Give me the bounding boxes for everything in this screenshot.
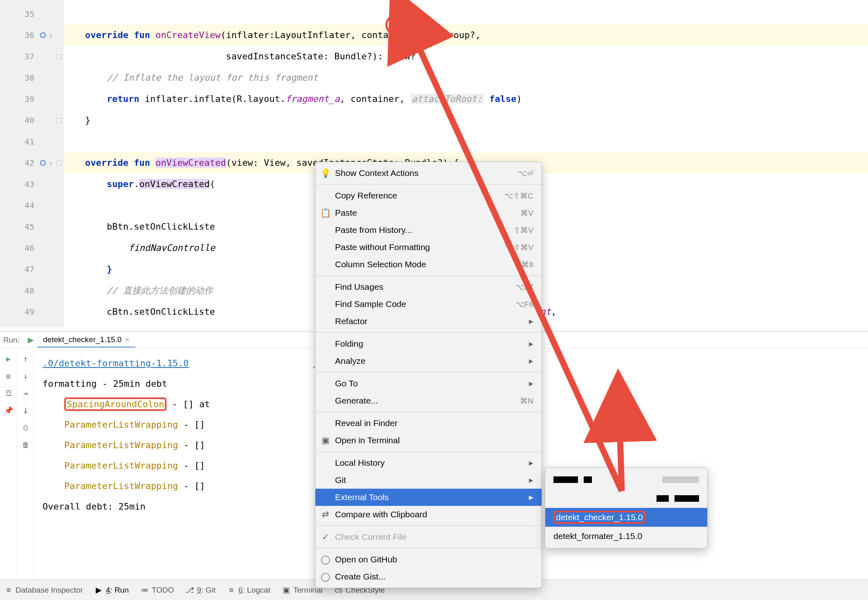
output-text bbox=[189, 358, 314, 368]
code-line[interactable] bbox=[63, 131, 868, 152]
scroll-icon[interactable]: ⤓ bbox=[21, 406, 30, 415]
menu-item-create-gist[interactable]: ◯Create Gist... bbox=[315, 568, 542, 585]
output-text: - [] at bbox=[166, 399, 215, 409]
menu-separator bbox=[315, 548, 542, 548]
menu-item-show-context-actions[interactable]: 💡Show Context Actions⌥⏎ bbox=[315, 165, 542, 182]
term-icon: ▣ bbox=[283, 586, 290, 594]
chevron-right-icon: ▶ bbox=[529, 460, 533, 466]
code-line[interactable]: override fun onCreateView(inflater:Layou… bbox=[63, 25, 868, 46]
print-icon[interactable]: ⎙ bbox=[21, 423, 30, 432]
stop-icon[interactable]: ■ bbox=[4, 371, 13, 380]
output-text: ParameterListWrapping bbox=[64, 481, 178, 491]
run-title-label: Run: bbox=[3, 336, 20, 345]
menu-item-reveal-in-finder[interactable]: Reveal in Finder bbox=[315, 415, 542, 432]
trash-icon[interactable]: 🗑 bbox=[21, 440, 30, 449]
menu-item-column-selection-mode[interactable]: Column Selection Mode⇧⌘8 bbox=[315, 256, 542, 273]
code-line[interactable]: // Inflate the layout for this fragment bbox=[63, 67, 868, 88]
menu-shortcut: ⌘V bbox=[520, 208, 533, 218]
chevron-right-icon: ▶ bbox=[529, 318, 533, 325]
wrap-icon[interactable]: ⇥ bbox=[21, 388, 30, 397]
output-text: ParameterListWrapping bbox=[64, 460, 178, 471]
up-arrow-gutter-icon[interactable]: ↑ bbox=[49, 32, 55, 38]
menu-item-label: Git bbox=[335, 475, 519, 485]
terminal-icon: ▣ bbox=[320, 435, 331, 446]
menu-item-external-tools[interactable]: External Tools▶ bbox=[315, 489, 542, 506]
bottom-item-database-inspector[interactable]: ≡Database Inspector bbox=[5, 586, 83, 595]
menu-item-label: External Tools bbox=[335, 492, 519, 502]
submenu-item-detekt-checker-1-15-0[interactable]: detekt_checker_1.15.0 bbox=[545, 508, 707, 527]
menu-item-label: Find Usages bbox=[335, 282, 506, 292]
gutter-line: 39 bbox=[0, 88, 63, 110]
fold-icon[interactable]: - bbox=[57, 118, 61, 123]
fold-icon[interactable]: - bbox=[57, 161, 61, 165]
menu-item-label: Paste without Formatting bbox=[335, 242, 495, 252]
code-line[interactable] bbox=[63, 3, 868, 25]
menu-item-open-on-github[interactable]: ◯Open on GitHub bbox=[315, 551, 542, 568]
code-line[interactable]: } bbox=[63, 110, 868, 131]
menu-item-git[interactable]: Git▶ bbox=[315, 471, 542, 489]
menu-item-refactor[interactable]: Refactor▶ bbox=[315, 313, 542, 330]
up-arrow-gutter-icon[interactable]: ↑ bbox=[49, 160, 55, 166]
menu-separator bbox=[315, 526, 542, 526]
chevron-right-icon: ▶ bbox=[529, 358, 533, 364]
menu-item-go-to[interactable]: Go To▶ bbox=[315, 375, 542, 392]
menu-item-local-history[interactable]: Local History▶ bbox=[315, 454, 542, 471]
gutter-line: 49 bbox=[0, 301, 63, 323]
logcat-icon: ≡ bbox=[228, 586, 235, 594]
menu-item-check-current-file: ✓Check Current File bbox=[315, 528, 542, 546]
close-icon[interactable]: × bbox=[125, 335, 129, 344]
menu-item-label: Generate... bbox=[335, 396, 510, 406]
external-tools-submenu[interactable]: detekt_checker_1.15.0detekt_formater_1.1… bbox=[545, 467, 708, 548]
submenu-item-detekt-formater-1-15-0[interactable]: detekt_formater_1.15.0 bbox=[545, 527, 707, 546]
override-gutter-icon[interactable] bbox=[40, 32, 46, 38]
down-icon[interactable]: ↓ bbox=[21, 371, 30, 380]
run-tab-label: detekt_checker_1.15.0 bbox=[43, 335, 121, 344]
layout-icon[interactable]: ☲ bbox=[4, 388, 13, 397]
menu-item-paste[interactable]: 📋Paste⌘V bbox=[315, 204, 542, 221]
check-icon: ✓ bbox=[320, 532, 331, 542]
bottom-item-label: Database Inspector bbox=[16, 586, 83, 595]
menu-item-label: Check Current File bbox=[335, 532, 533, 542]
override-gutter-icon[interactable] bbox=[40, 160, 46, 166]
menu-item-label: Open on GitHub bbox=[335, 555, 533, 564]
run-play-icon[interactable]: ▶ bbox=[28, 335, 34, 345]
context-menu[interactable]: 💡Show Context Actions⌥⏎Copy Reference⌥⇧⌘… bbox=[315, 162, 542, 588]
gutter-line: 41 bbox=[0, 131, 63, 152]
gutter-line: 35 bbox=[0, 3, 63, 25]
code-line[interactable]: savedInstanceState: Bundle?): View? { bbox=[63, 46, 868, 67]
bottom-item-9-git[interactable]: ⎇9: Git bbox=[186, 586, 215, 595]
menu-separator bbox=[315, 184, 542, 185]
chevron-right-icon: ▶ bbox=[529, 477, 533, 483]
fold-icon[interactable]: - bbox=[57, 54, 61, 59]
menu-item-copy-reference[interactable]: Copy Reference⌥⇧⌘C bbox=[315, 187, 542, 204]
menu-item-find-usages[interactable]: Find Usages⌥F7 bbox=[315, 278, 542, 295]
submenu-item-label: detekt_checker_1.15.0 bbox=[553, 511, 645, 524]
bottom-item-todo[interactable]: ≔TODO bbox=[141, 586, 174, 595]
gutter-line: 47 bbox=[0, 259, 63, 280]
pin-icon[interactable]: 📌 bbox=[4, 406, 13, 415]
code-line[interactable]: return inflater.inflate(R.layout.fragmen… bbox=[63, 88, 868, 110]
output-text: formatting - 25min debt bbox=[43, 379, 167, 389]
output-text: - [] bbox=[178, 440, 330, 450]
menu-item-paste-from-history[interactable]: Paste from History...⇧⌘V bbox=[315, 221, 542, 239]
output-link[interactable]: .0/detekt-formatting-1.15.0 bbox=[43, 358, 189, 368]
menu-shortcut: ⇧⌘8 bbox=[515, 260, 533, 269]
menu-item-open-in-terminal[interactable]: ▣Open in Terminal bbox=[315, 432, 542, 449]
bottom-item-4-run[interactable]: ▶4: Run bbox=[95, 586, 129, 595]
menu-item-find-sample-code[interactable]: Find Sample Code⌥F8 bbox=[315, 295, 542, 313]
bottom-item-6-logcat[interactable]: ≡6: Logcat bbox=[228, 586, 270, 595]
output-text: SpacingAroundColon bbox=[67, 399, 164, 409]
db-icon: ≡ bbox=[5, 586, 12, 594]
menu-item-generate[interactable]: Generate...⌘N bbox=[315, 392, 542, 409]
menu-shortcut: ⌥F7 bbox=[515, 282, 533, 292]
menu-item-label: Copy Reference bbox=[335, 191, 495, 201]
menu-item-folding[interactable]: Folding▶ bbox=[315, 335, 542, 352]
gutter-line: 43 bbox=[0, 174, 63, 195]
up-icon[interactable]: ↑ bbox=[21, 354, 30, 363]
menu-item-compare-with-clipboard[interactable]: ⇄Compare with Clipboard bbox=[315, 506, 542, 523]
menu-item-analyze[interactable]: Analyze▶ bbox=[315, 352, 542, 370]
menu-shortcut: ⌥⇧⌘V bbox=[505, 243, 533, 252]
menu-item-paste-without-formatting[interactable]: Paste without Formatting⌥⇧⌘V bbox=[315, 239, 542, 256]
rerun-icon[interactable]: ▶ bbox=[4, 354, 13, 363]
run-tab[interactable]: detekt_checker_1.15.0 × bbox=[37, 333, 135, 347]
